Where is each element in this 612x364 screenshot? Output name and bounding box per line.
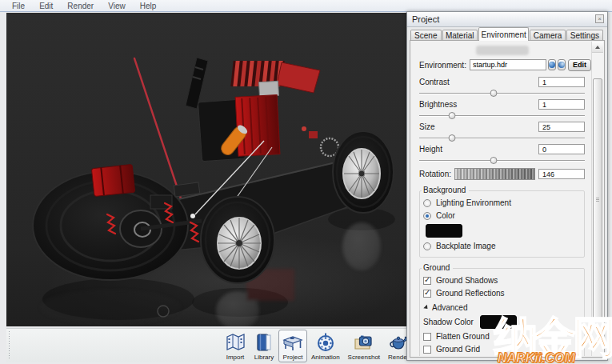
animation-button[interactable]: Animation [307,330,344,362]
ground-section-title: Ground [422,263,453,272]
tab-settings[interactable]: Settings [566,30,603,41]
panel-scrollbar[interactable] [591,42,603,356]
refresh-environment-button[interactable] [558,59,566,70]
contrast-slider[interactable] [419,90,585,98]
size-slider-thumb[interactable] [449,134,456,142]
library-button[interactable]: Library [250,330,278,362]
flatten-ground-option[interactable]: Flatten Ground [423,330,579,342]
animation-icon [315,332,336,353]
panel-tabs: Scene Material Environment Camera Settin… [410,28,604,41]
import-button[interactable]: Import [221,330,250,362]
brightness-group: Brightness 1 [419,98,585,121]
toolbar-drag-handle[interactable] [8,331,10,360]
ground-grid-option[interactable]: Ground Grid [423,343,579,355]
screenshot-icon [354,332,374,353]
height-group: Height 0 [419,143,585,166]
contrast-value[interactable]: 1 [538,77,585,87]
menu-render[interactable]: Render [60,2,101,10]
scroll-up-icon[interactable] [592,42,603,53]
tab-camera[interactable]: Camera [530,30,565,41]
ground-shadows-checkbox[interactable] [423,277,431,285]
ground-grid-checkbox[interactable] [423,346,431,354]
panel-title-bar[interactable]: Project × [407,12,607,27]
project-label: Project [283,354,303,361]
environment-pane: Environment: Edit Contrast 1 Brightness [410,40,605,358]
rotation-label: Rotation: [419,170,451,178]
shadow-color-swatch[interactable] [480,315,517,329]
environment-row: Environment: Edit [419,58,585,71]
rotation-value[interactable]: 146 [538,169,585,179]
tab-scene[interactable]: Scene [410,30,442,41]
menu-edit[interactable]: Edit [32,2,60,10]
ground-reflections-option[interactable]: Ground Reflections [423,287,579,299]
screenshot-label: Screenshot [348,354,380,361]
background-section-title: Background [422,186,469,194]
scrollbar-thumb[interactable] [593,78,602,320]
menu-bar: File Edit Render View Help [0,0,612,12]
project-panel: Project × Scene Material Environment Cam… [406,11,608,361]
flatten-ground-checkbox[interactable] [423,333,431,341]
scrolled-preview-remnant [476,46,529,55]
animation-label: Animation [311,354,340,361]
library-label: Library [254,354,274,361]
rotation-dial[interactable] [454,168,535,180]
menu-help[interactable]: Help [133,2,164,10]
background-section: Background Lighting Environment Color Ba… [419,190,585,258]
brightness-slider[interactable] [419,112,585,120]
library-icon [254,332,274,353]
brightness-slider-thumb[interactable] [449,112,456,119]
import-icon [225,332,246,353]
backplate-image-option[interactable]: Backplate Image [423,240,579,252]
open-hdr-icon [549,62,555,68]
environment-input[interactable] [470,59,546,70]
tab-environment[interactable]: Environment [478,27,530,41]
tab-material[interactable]: Material [442,30,478,41]
close-icon[interactable]: × [595,14,604,23]
brightness-label: Brightness [419,100,457,109]
advanced-expander[interactable]: Advanced [423,302,579,313]
color-option[interactable]: Color [423,210,579,222]
scrollbar-grip [596,198,599,202]
ground-reflections-checkbox[interactable] [423,290,431,298]
contrast-group: Contrast 1 [419,76,585,98]
shadow-color-label: Shadow Color [423,318,474,326]
height-slider[interactable] [419,157,585,165]
menu-view[interactable]: View [101,2,133,10]
height-slider-thumb[interactable] [490,157,498,164]
rc-car-render [6,13,406,326]
load-environment-button[interactable] [548,59,556,70]
color-radio[interactable] [423,212,431,220]
ground-shadows-option[interactable]: Ground Shadows [423,274,579,286]
refresh-icon [558,62,565,68]
environment-label: Environment: [419,61,466,70]
contrast-label: Contrast [419,78,450,86]
brightness-value[interactable]: 1 [538,99,585,110]
toolbar-buttons: Import Library Project [221,330,413,362]
shadow-color-row: Shadow Color [423,314,579,329]
contrast-slider-thumb[interactable] [490,90,498,97]
size-slider[interactable] [419,134,585,142]
screenshot-button[interactable]: Screenshot [344,330,384,362]
project-icon [282,332,303,353]
size-value[interactable]: 25 [538,122,585,132]
rotation-group: Rotation: 146 [419,167,585,180]
project-button[interactable]: Project [278,330,307,362]
panel-title: Project [407,14,439,24]
size-group: Size 25 [419,121,585,143]
lighting-environment-option[interactable]: Lighting Environment [423,197,579,209]
ground-section: Ground Ground Shadows Ground Reflections… [419,268,585,356]
import-label: Import [226,354,245,361]
viewport-3d[interactable] [6,13,406,326]
height-value[interactable]: 0 [538,144,585,154]
backplate-image-radio[interactable] [423,242,431,250]
lighting-environment-radio[interactable] [423,199,431,207]
edit-environment-button[interactable]: Edit [568,59,591,71]
background-color-swatch[interactable] [426,224,462,238]
menu-file[interactable]: File [5,2,32,10]
size-label: Size [419,122,434,131]
expander-triangle-icon [423,304,429,310]
height-label: Height [419,145,442,154]
